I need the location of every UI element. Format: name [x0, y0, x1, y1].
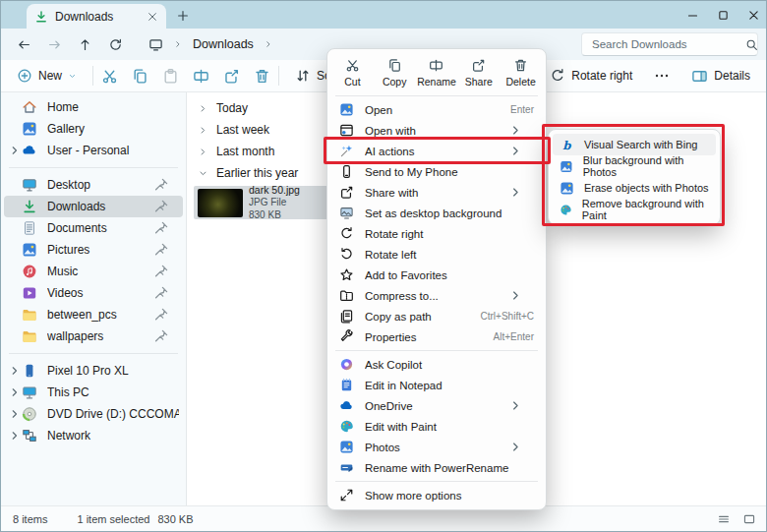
menu-item-send-to-my-phone[interactable]: Send to My Phone [331, 161, 542, 182]
explorer-tab-downloads[interactable]: Downloads [27, 4, 166, 29]
menu-separator [335, 481, 538, 482]
menu-item-add-to-favorites[interactable]: Add to Favorites [331, 265, 542, 285]
search-input[interactable] [590, 37, 745, 51]
menu-item-label: Show more options [365, 490, 534, 502]
sidebar-item-dvd-drive-d-cccoma-x64fre-en-us-d[interactable]: DVD Drive (D:) CCCOMA_X64FRE_EN-US_D [4, 403, 183, 425]
group-chevron-icon [198, 125, 208, 136]
menu-quick-delete[interactable]: Delete [500, 53, 542, 92]
breadcrumb-segment-downloads[interactable]: Downloads [193, 37, 254, 51]
sidebar-item-documents[interactable]: Documents [4, 217, 183, 239]
menu-item-compress-to-[interactable]: Compress to... [331, 285, 542, 306]
expander-chevron-icon[interactable] [8, 385, 22, 399]
file-item-dark50[interactable]: dark 50.jpg JPG File 830 KB [194, 186, 329, 219]
sidebar-network-icon [22, 428, 37, 443]
menu-quick-cut[interactable]: Cut [331, 53, 374, 92]
view-list-icon[interactable] [717, 512, 731, 526]
ai-actions-submenu: bVisual Search with BingBlur background … [548, 129, 721, 225]
menu-item-rename-with-powerrename[interactable]: Rename with PowerRename [331, 457, 542, 478]
menu-item-copy-as-path[interactable]: Copy as pathCtrl+Shift+C [331, 306, 542, 326]
menu-item-edit-in-notepad[interactable]: Edit in Notepad [331, 375, 542, 395]
sidebar-item-desktop[interactable]: Desktop [4, 174, 183, 196]
desktop-device-icon [148, 37, 163, 52]
quick-action-label: Cut [344, 76, 360, 88]
sidebar-item-pictures[interactable]: Pictures [4, 239, 183, 261]
menu-quick-share[interactable]: Share [457, 53, 500, 92]
menu-item-ask-copilot[interactable]: Ask Copilot [331, 354, 542, 375]
sidebar-item-network[interactable]: Network [4, 425, 183, 446]
expander-chevron-icon[interactable] [8, 144, 22, 157]
menu-item-label: Edit in Notepad [365, 380, 534, 391]
sidebar-item-music[interactable]: Music [4, 261, 183, 282]
menu-item-photos[interactable]: Photos [331, 437, 542, 457]
sidebar-item-home[interactable]: Home [4, 96, 183, 118]
menu-item-rotate-left[interactable]: Rotate left [331, 244, 542, 265]
group-label: Last week [216, 123, 269, 137]
minimize-button[interactable] [686, 9, 699, 22]
back-button[interactable] [17, 37, 31, 52]
menu-item-edit-with-paint[interactable]: Edit with Paint [331, 416, 542, 437]
sidebar-download-icon [22, 199, 37, 214]
menu-quick-copy[interactable]: Copy [374, 53, 416, 92]
submenu-item-blur-background-with-photos[interactable]: Blur background with Photos [553, 155, 716, 177]
expander-spacer [8, 243, 22, 257]
menu-item-open-with[interactable]: Open with [331, 120, 542, 141]
quick-action-label: Delete [505, 76, 535, 88]
file-meta: dark 50.jpg JPG File 830 KB [249, 184, 300, 221]
expander-chevron-icon[interactable] [8, 429, 22, 443]
menu-item-show-more-options[interactable]: Show more options [331, 485, 542, 505]
menu-item-onedrive[interactable]: OneDrive [331, 395, 542, 416]
sidebar-item-user-personal[interactable]: User - Personal [4, 140, 183, 161]
menu-item-set-as-desktop-background[interactable]: Set as desktop background [331, 203, 542, 223]
submenu-item-label: Visual Search with Bing [584, 139, 697, 150]
delete-button[interactable] [254, 68, 270, 85]
new-tab-button[interactable] [176, 9, 190, 23]
menu-item-open[interactable]: OpenEnter [331, 99, 542, 120]
details-button[interactable]: Details [683, 63, 758, 89]
breadcrumb[interactable]: Downloads [148, 37, 273, 52]
sidebar-item-this-pc[interactable]: This PC [4, 382, 183, 403]
selection-size: 830 KB [157, 513, 193, 525]
forward-button[interactable] [47, 37, 62, 52]
group-label: Today [216, 101, 248, 115]
sidebar-videos-icon [22, 285, 37, 301]
rotate-right-button[interactable]: Rotate right [542, 63, 640, 89]
close-button[interactable] [747, 9, 760, 22]
menu-item-label: Edit with Paint [365, 421, 534, 433]
cut-button[interactable] [101, 68, 118, 85]
share-button[interactable] [223, 68, 240, 85]
sidebar-item-videos[interactable]: Videos [4, 282, 183, 304]
copy-button[interactable] [132, 68, 148, 85]
rename-button[interactable] [193, 68, 209, 85]
see-more-ellipsis-icon[interactable] [654, 68, 670, 84]
expander-chevron-icon[interactable] [8, 364, 22, 378]
maximize-button[interactable] [717, 9, 730, 22]
new-button[interactable]: New [9, 63, 85, 89]
sidebar-item-label: Home [47, 100, 179, 114]
tab-close-icon[interactable] [147, 11, 158, 23]
menu-item-label: Photos [365, 442, 501, 453]
menu-quick-rename[interactable]: Rename [416, 53, 458, 92]
sidebar-item-wallpapers[interactable]: wallpapers [4, 325, 183, 347]
menu-item-properties[interactable]: PropertiesAlt+Enter [331, 326, 542, 347]
menu-item-ai-actions[interactable]: AI actions [331, 141, 542, 161]
refresh-button[interactable] [108, 37, 123, 52]
sidebar-item-pixel-10-pro-xl[interactable]: Pixel 10 Pro XL [4, 360, 183, 382]
menu-item-rotate-right[interactable]: Rotate right [331, 223, 542, 244]
submenu-item-visual-search-with-bing[interactable]: bVisual Search with Bing [553, 134, 716, 155]
menu-item-label: Set as desktop background [365, 207, 534, 219]
menu-item-label: Compress to... [365, 290, 501, 302]
copy-icon [387, 58, 402, 73]
sidebar-item-downloads[interactable]: Downloads [4, 196, 183, 217]
view-thumb-icon[interactable] [742, 512, 756, 526]
submenu-item-erase-objects-with-photos[interactable]: Erase objects with Photos [553, 177, 716, 199]
expander-chevron-icon[interactable] [8, 407, 22, 421]
sidebar-item-between-pcs[interactable]: between_pcs [4, 304, 183, 325]
group-label: Earlier this year [216, 166, 298, 180]
sidebar-item-label: wallpapers [47, 329, 153, 343]
submenu-item-remove-background-with-paint[interactable]: Remove background with Paint [553, 199, 716, 220]
paste-button[interactable] [162, 68, 179, 85]
menu-item-share-with[interactable]: Share with [331, 182, 542, 203]
up-button[interactable] [78, 37, 92, 52]
search-box[interactable] [581, 32, 758, 56]
sidebar-item-gallery[interactable]: Gallery [4, 118, 183, 140]
